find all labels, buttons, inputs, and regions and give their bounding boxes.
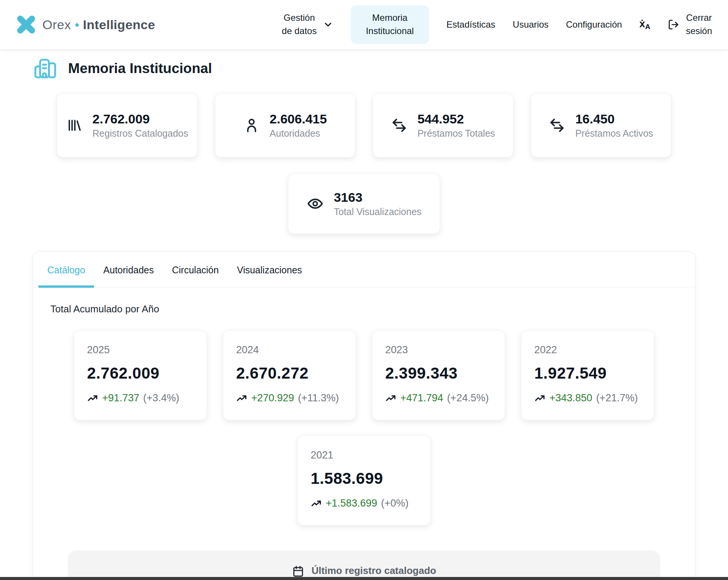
stat-value: 2.606.415 — [270, 112, 327, 126]
nav-item-gestion-de-datos[interactable]: Gestión de datos — [282, 11, 333, 38]
page-title-row: Memoria Institucional — [33, 58, 728, 80]
year-total: 1.583.699 — [311, 469, 417, 488]
trending-up-icon — [534, 393, 546, 404]
brand-name-regular: Orex — [42, 17, 71, 32]
catalog-panel: Total Acumulado por Año 2025 2.762.009 +… — [33, 287, 695, 580]
institution-building-icon — [33, 58, 58, 80]
trending-up-icon — [385, 393, 397, 404]
brand-name-bold: Intelligence — [83, 17, 155, 32]
page-title: Memoria Institucional — [68, 61, 212, 76]
year-cards-row-2: 2021 1.583.699 +1.583.699 (+0%) — [50, 435, 678, 525]
stats-center-row: 3163 Total Visualizaciones — [0, 173, 728, 234]
year-label: 2025 — [87, 344, 194, 356]
year-total: 2.762.009 — [87, 364, 194, 382]
eye-icon — [306, 195, 324, 212]
stat-value: 3163 — [334, 190, 422, 205]
brand-diamond-icon: ◆ — [75, 21, 79, 28]
year-card-2022: 2022 1.927.549 +343.850 (+21.7%) — [521, 330, 654, 420]
nav-gestion-line1: Gestión — [282, 11, 317, 25]
brand-logo[interactable]: Orex ◆ Intelligence — [15, 14, 155, 36]
section-title: Total Acumulado por Año — [50, 303, 678, 315]
year-delta-value: +471.794 — [400, 392, 443, 404]
tab-visualizaciones[interactable]: Visualizaciones — [228, 252, 311, 287]
stat-label: Préstamos Totales — [417, 128, 495, 139]
trending-up-icon — [311, 498, 322, 509]
year-total: 1.927.549 — [534, 364, 641, 382]
year-total: 2.670.272 — [236, 364, 343, 382]
year-delta-percent: (+21.7%) — [596, 392, 638, 404]
year-card-2023: 2023 2.399.343 +471.794 (+24.5%) — [372, 330, 505, 420]
bottom-edge-bar — [0, 577, 728, 580]
stat-value: 2.762.009 — [92, 112, 188, 126]
tab-autoridades[interactable]: Autoridades — [94, 252, 163, 287]
year-delta-percent: (+11.3%) — [298, 392, 339, 404]
last-record-box: Último registro catalogado 26 de octubre… — [68, 550, 660, 580]
logout-line1: Cerrar — [686, 11, 712, 25]
stat-value: 16.450 — [575, 112, 653, 126]
tab-bar: Catálogo Autoridades Circulación Visuali… — [33, 252, 695, 287]
nav-item-estadisticas[interactable]: Estadísticas — [446, 19, 495, 30]
nav-memoria-line1: Memoria — [366, 11, 414, 25]
top-nav-bar: Orex ◆ Intelligence Gestión de datos Mem… — [0, 0, 728, 49]
stat-label: Registros Catalogados — [92, 128, 188, 139]
trending-up-icon — [87, 393, 98, 404]
logout-button[interactable]: Cerrar sesión — [668, 11, 712, 38]
nav-item-usuarios[interactable]: Usuarios — [513, 19, 549, 30]
trending-up-icon — [236, 393, 247, 404]
stats-row: 2.762.009 Registros Catalogados 2.606.41… — [57, 93, 671, 157]
orex-x-logo-icon — [15, 14, 37, 36]
year-delta-value: +91.737 — [102, 392, 139, 404]
library-icon — [66, 117, 82, 134]
calendar-icon — [292, 565, 305, 578]
stat-card-prestamos-totales: 544.952 Préstamos Totales — [373, 93, 513, 157]
stat-label: Autoridades — [270, 128, 327, 139]
logout-line2: sesión — [686, 25, 712, 38]
stat-value: 544.952 — [417, 112, 495, 126]
year-label: 2021 — [311, 449, 417, 461]
translate-sub-glyph: A — [645, 23, 650, 31]
year-label: 2023 — [385, 344, 492, 356]
stat-card-registros: 2.762.009 Registros Catalogados — [57, 93, 198, 157]
transfer-arrows-icon — [391, 117, 408, 134]
year-card-2021: 2021 1.583.699 +1.583.699 (+0%) — [297, 435, 431, 525]
year-delta-percent: (+24.5%) — [447, 392, 488, 404]
year-total: 2.399.343 — [385, 364, 492, 382]
nav-item-memoria-institucional[interactable]: Memoria Institucional — [351, 5, 429, 44]
main-panel: Catálogo Autoridades Circulación Visuali… — [33, 251, 695, 580]
tab-circulacion[interactable]: Circulación — [163, 252, 228, 287]
main-nav: Gestión de datos Memoria Institucional E… — [282, 5, 712, 44]
year-delta-percent: (+0%) — [381, 497, 409, 509]
year-card-2024: 2024 2.670.272 +270.929 (+11.3%) — [223, 330, 356, 420]
nav-memoria-line2: Institucional — [366, 25, 414, 38]
stat-card-prestamos-activos: 16.450 Préstamos Activos — [531, 93, 672, 157]
chevron-down-icon — [323, 19, 333, 30]
logout-icon — [668, 19, 679, 30]
user-icon — [243, 117, 260, 134]
year-delta-value: +343.850 — [549, 392, 592, 404]
stat-label: Total Visualizaciones — [334, 206, 422, 217]
transfer-arrows-icon — [549, 117, 565, 134]
year-delta-percent: (+3.4%) — [143, 392, 179, 404]
translate-glyph: ẋ — [639, 18, 645, 30]
year-label: 2022 — [534, 344, 641, 356]
translate-icon[interactable]: ẋA — [639, 18, 650, 31]
stat-label: Préstamos Activos — [575, 128, 653, 139]
year-delta-value: +270.929 — [251, 392, 294, 404]
stat-card-autoridades: 2.606.415 Autoridades — [215, 93, 356, 157]
year-delta-value: +1.583.699 — [326, 497, 377, 509]
stat-card-visualizaciones: 3163 Total Visualizaciones — [288, 173, 440, 234]
nav-item-configuracion[interactable]: Configuración — [566, 19, 622, 30]
year-cards-row-1: 2025 2.762.009 +91.737 (+3.4%) 2024 2.67… — [50, 330, 678, 420]
last-record-label: Último registro catalogado — [311, 565, 436, 577]
nav-gestion-line2: de datos — [282, 25, 317, 38]
year-card-2025: 2025 2.762.009 +91.737 (+3.4%) — [74, 330, 207, 420]
tab-catalogo[interactable]: Catálogo — [38, 252, 94, 287]
year-label: 2024 — [236, 344, 343, 356]
